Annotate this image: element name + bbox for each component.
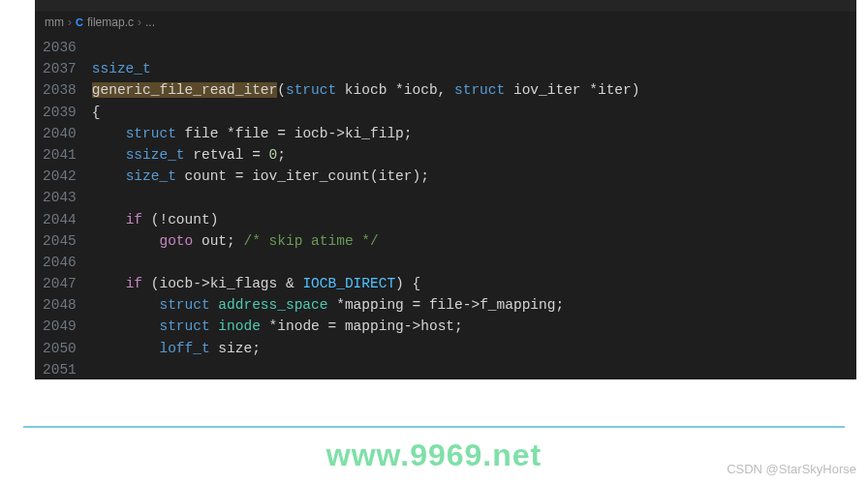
- code-area[interactable]: 2036203720382039204020412042204320442045…: [35, 33, 856, 379]
- c-file-icon: C: [76, 16, 83, 28]
- code-line[interactable]: [92, 359, 640, 379]
- code-line[interactable]: if (!count): [92, 209, 640, 230]
- breadcrumb[interactable]: mm › C filemap.c › ...: [35, 12, 856, 33]
- line-number: 2048: [43, 294, 77, 316]
- code-line[interactable]: ssize_t retval = 0;: [92, 144, 640, 166]
- code-line[interactable]: struct file *file = iocb->ki_filp;: [92, 123, 640, 144]
- line-number: 2051: [43, 359, 77, 379]
- code-line[interactable]: size_t count = iov_iter_count(iter);: [92, 166, 640, 187]
- line-number: 2042: [43, 166, 77, 187]
- line-number: 2049: [43, 316, 77, 337]
- line-number-gutter: 2036203720382039204020412042204320442045…: [35, 33, 92, 379]
- line-number: 2044: [43, 209, 77, 230]
- line-number: 2038: [43, 79, 77, 101]
- breadcrumb-ellipsis[interactable]: ...: [145, 15, 155, 29]
- csdn-attribution: CSDN @StarSkyHorse: [727, 462, 856, 476]
- line-number: 2040: [43, 123, 77, 144]
- line-number: 2043: [43, 187, 77, 208]
- line-number: 2036: [43, 37, 77, 58]
- line-number: 2045: [43, 230, 77, 252]
- code-content[interactable]: ssize_tgeneric_file_read_iter(struct kio…: [92, 33, 640, 379]
- code-line[interactable]: ssize_t: [92, 58, 640, 79]
- code-line[interactable]: [92, 37, 640, 58]
- line-number: 2047: [43, 273, 77, 294]
- breadcrumb-file[interactable]: filemap.c: [87, 15, 134, 29]
- code-line[interactable]: loff_t size;: [92, 338, 640, 359]
- chevron-right-icon: ›: [68, 15, 72, 29]
- code-line[interactable]: [92, 252, 640, 273]
- tab-bar: [35, 0, 856, 12]
- code-editor: mm › C filemap.c › ... 20362037203820392…: [35, 0, 856, 379]
- line-number: 2041: [43, 144, 77, 166]
- breadcrumb-folder[interactable]: mm: [45, 15, 64, 29]
- code-line[interactable]: goto out; /* skip atime */: [92, 230, 640, 252]
- code-line[interactable]: {: [92, 102, 640, 123]
- line-number: 2037: [43, 58, 77, 79]
- line-number: 2039: [43, 102, 77, 123]
- code-line[interactable]: [92, 187, 640, 208]
- code-line[interactable]: struct address_space *mapping = file->f_…: [92, 294, 640, 316]
- line-number: 2050: [43, 338, 77, 359]
- code-line[interactable]: generic_file_read_iter(struct kiocb *ioc…: [92, 79, 640, 101]
- line-number: 2046: [43, 252, 77, 273]
- code-line[interactable]: struct inode *inode = mapping->host;: [92, 316, 640, 337]
- footer-divider: [23, 426, 845, 428]
- chevron-right-icon: ›: [138, 15, 141, 29]
- code-line[interactable]: if (iocb->ki_flags & IOCB_DIRECT) {: [92, 273, 640, 294]
